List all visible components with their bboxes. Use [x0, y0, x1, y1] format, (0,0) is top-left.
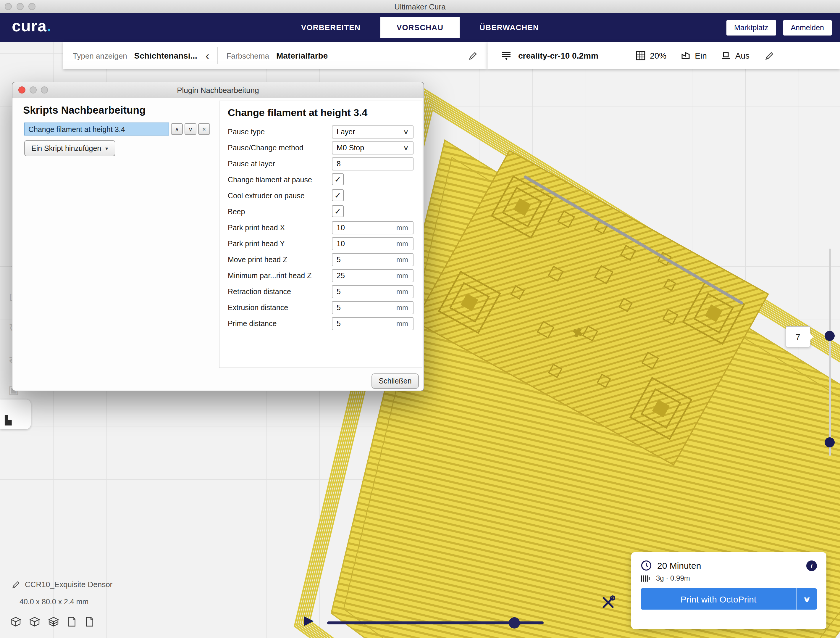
scripts-heading: Skripts Nachbearbeitung	[23, 104, 145, 117]
chevron-down-icon: ∨	[403, 128, 415, 135]
dialog-title: Plugin Nachbearbeitung	[177, 85, 259, 94]
object-cube-icon[interactable]	[11, 617, 21, 629]
park-head-y-input[interactable]	[332, 239, 396, 248]
print-with-octoprint-button[interactable]: Print with OctoPrint ∨	[641, 588, 817, 610]
park-head-x-input[interactable]	[332, 223, 396, 232]
object-cube-icon[interactable]	[30, 617, 39, 629]
layer-slider-upper-handle[interactable]	[824, 331, 835, 341]
tab-vorschau[interactable]: VORSCHAU	[381, 17, 459, 38]
unit-label: mm	[396, 239, 413, 248]
field-row-cool-extruder: Cool extruder on pause ✓	[228, 188, 414, 204]
adjust-tools-icon[interactable]	[601, 595, 615, 610]
pause-at-layer-input[interactable]	[332, 159, 413, 168]
playback-slider-handle[interactable]	[509, 617, 520, 629]
dialog-close-button[interactable]: Schließen	[371, 374, 419, 389]
layer-slider-track[interactable]	[829, 249, 831, 456]
clock-icon	[641, 560, 652, 571]
object-group-icon[interactable]	[49, 617, 58, 629]
settings-heading: Change filament at height 3.4	[228, 107, 414, 119]
window-title: Ultimaker Cura	[394, 2, 445, 11]
move-head-z-input[interactable]	[332, 255, 396, 264]
adhesion-setting[interactable]: Aus	[721, 51, 750, 60]
field-label: Extrusion distance	[228, 303, 332, 312]
play-button[interactable]: ▶	[304, 614, 314, 626]
prime-distance-input[interactable]	[332, 319, 396, 328]
info-icon[interactable]: i	[806, 560, 817, 571]
field-row-extrusion: Extrusion distance mm	[228, 299, 414, 315]
pause-method-select[interactable]: M0 Stop ∨	[332, 141, 414, 154]
dialog-close-icon[interactable]	[18, 86, 25, 93]
selected-option: M0 Stop	[332, 144, 404, 152]
document-icon[interactable]	[85, 617, 94, 629]
dialog-titlebar[interactable]: Plugin Nachbearbeitung	[13, 82, 423, 98]
field-label: Prime distance	[228, 319, 332, 328]
window-minimize-icon[interactable]	[17, 3, 24, 10]
color-scheme-value[interactable]: Materialfarbe	[276, 51, 328, 60]
material-estimate: 3g · 0.99m	[656, 574, 690, 583]
tab-ueberwachen[interactable]: ÜBERWACHEN	[480, 23, 539, 32]
move-script-down-button[interactable]: ∨	[185, 123, 196, 135]
unit-label: mm	[396, 303, 413, 312]
window-zoom-icon[interactable]	[28, 3, 35, 10]
retraction-distance-input[interactable]	[332, 287, 396, 296]
filament-icon	[641, 575, 651, 582]
layer-number: 7	[796, 332, 801, 342]
layer-view-panel[interactable]: ▙	[0, 399, 31, 429]
edit-print-settings-icon[interactable]	[765, 51, 774, 60]
field-row-retraction: Retraction distance mm	[228, 283, 414, 299]
object-name[interactable]: CCR10_Exquisite Densor	[25, 580, 112, 589]
view-type-value[interactable]: Schichtenansi...	[134, 51, 197, 60]
nozzle-profile-icon	[501, 51, 512, 61]
layer-number-bubble: 7	[786, 326, 810, 347]
add-script-button[interactable]: Ein Skript hinzufügen ▾	[24, 140, 115, 156]
tab-vorbereiten[interactable]: VORBEREITEN	[301, 23, 360, 32]
color-scheme-label: Farbschema	[226, 51, 269, 60]
field-label: Park print head X	[228, 223, 332, 232]
document-icon[interactable]	[68, 617, 76, 629]
field-row-park-x: Park print head X mm	[228, 220, 414, 236]
unit-label: mm	[396, 255, 413, 264]
field-row-beep: Beep ✓	[228, 204, 414, 220]
support-value: Ein	[695, 51, 707, 60]
edit-view-settings-icon[interactable]	[469, 51, 477, 60]
signin-button[interactable]: Anmelden	[783, 20, 832, 35]
chevron-down-icon: ∨	[403, 144, 415, 151]
field-row-prime: Prime distance mm	[228, 315, 414, 331]
support-setting[interactable]: Ein	[681, 51, 707, 60]
field-label: Retraction distance	[228, 287, 332, 296]
print-options-chevron-icon[interactable]: ∨	[793, 595, 817, 603]
dialog-minimize-icon[interactable]	[30, 86, 37, 93]
field-label: Cool extruder on pause	[228, 192, 332, 200]
move-script-up-button[interactable]: ∧	[171, 123, 183, 135]
field-label: Beep	[228, 207, 332, 216]
extrusion-distance-input[interactable]	[332, 303, 396, 312]
printer-profile-value[interactable]: creality-cr-10 0.2mm	[518, 51, 598, 60]
print-job-panel: 20 Minuten i 3g · 0.99m Print with OctoP…	[631, 552, 826, 629]
layer-slider-lower-handle[interactable]	[824, 437, 835, 447]
field-label: Minimum par...rint head Z	[228, 271, 332, 280]
chevron-left-icon[interactable]: ‹	[205, 50, 209, 61]
script-list-row: Change filament at height 3.4 ∧ ∨ ×	[24, 122, 210, 136]
change-filament-checkbox[interactable]: ✓	[332, 173, 344, 185]
support-icon	[681, 51, 690, 60]
printer-settings-toolbar: creality-cr-10 0.2mm 20% Ein Aus	[488, 42, 840, 69]
unit-label: mm	[396, 319, 413, 328]
beep-checkbox[interactable]: ✓	[332, 205, 344, 217]
field-row-minimum-z: Minimum par...rint head Z mm	[228, 268, 414, 283]
layers-icon: ▙	[5, 415, 11, 426]
minimum-park-z-input[interactable]	[332, 271, 396, 280]
remove-script-button[interactable]: ×	[198, 123, 210, 135]
script-settings-panel: Change filament at height 3.4 Pause type…	[219, 101, 422, 368]
unit-label: mm	[396, 271, 413, 280]
field-row-change-filament: Change filament at pause ✓	[228, 172, 414, 188]
window-close-icon[interactable]	[5, 3, 12, 10]
dialog-zoom-icon[interactable]	[41, 86, 48, 93]
dialog-body: Skripts Nachbearbeitung Change filament …	[13, 98, 423, 391]
rename-object-icon[interactable]	[12, 581, 20, 591]
selected-script-item[interactable]: Change filament at height 3.4	[24, 122, 169, 136]
cool-extruder-checkbox[interactable]: ✓	[332, 189, 344, 201]
pause-type-select[interactable]: Layer ∨	[332, 125, 414, 138]
marketplace-button[interactable]: Marktplatz	[726, 20, 776, 35]
infill-setting[interactable]: 20%	[636, 51, 666, 60]
header-buttons: Marktplatz Anmelden	[726, 13, 832, 42]
